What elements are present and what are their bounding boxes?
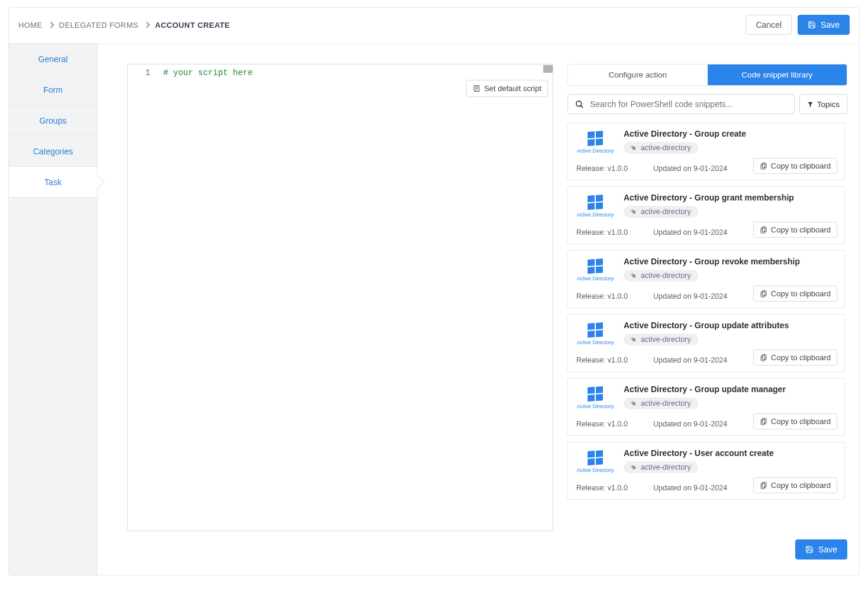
snippet-list-scroll[interactable]: Active DirectoryActive Directory - Group… bbox=[567, 122, 847, 531]
snippet-tag[interactable]: active-directory bbox=[624, 461, 698, 473]
copy-label: Copy to clipboard bbox=[771, 225, 831, 234]
active-directory-logo: Active Directory bbox=[576, 448, 614, 473]
set-default-label: Set default script bbox=[484, 84, 541, 93]
svg-rect-14 bbox=[762, 355, 766, 360]
snippet-card[interactable]: Active DirectoryActive Directory - Group… bbox=[567, 122, 845, 180]
save-icon bbox=[808, 21, 816, 29]
sidebar-item-task[interactable]: Task bbox=[9, 167, 97, 198]
copy-to-clipboard-button[interactable]: Copy to clipboard bbox=[753, 286, 837, 302]
sidebar-item-label: Categories bbox=[33, 147, 73, 156]
cancel-button[interactable]: Cancel bbox=[746, 15, 792, 35]
copy-to-clipboard-button[interactable]: Copy to clipboard bbox=[753, 350, 837, 366]
clipboard-icon bbox=[760, 481, 767, 489]
save-button-footer[interactable]: Save bbox=[795, 539, 847, 560]
chevron-right-icon bbox=[47, 21, 54, 28]
svg-rect-11 bbox=[762, 291, 766, 296]
svg-rect-6 bbox=[761, 164, 765, 169]
script-editor[interactable]: 1 # your script here Set default script bbox=[127, 64, 553, 531]
save-button-label: Save bbox=[818, 545, 837, 554]
svg-rect-8 bbox=[762, 227, 766, 232]
sidebar-item-label: Form bbox=[43, 85, 63, 95]
sidebar-item-groups[interactable]: Groups bbox=[9, 105, 97, 136]
editor-code[interactable]: # your script here bbox=[163, 68, 541, 527]
snippet-tabs: Configure action Code snippet library bbox=[567, 64, 847, 86]
snippet-tag-label: active-directory bbox=[641, 208, 691, 216]
snippet-release: Release: v1.0.0 bbox=[576, 228, 653, 237]
snippet-search-input[interactable] bbox=[590, 99, 787, 109]
logo-text: Active Directory bbox=[576, 276, 614, 282]
clipboard-icon bbox=[760, 162, 767, 170]
topics-filter-button[interactable]: Topics bbox=[799, 94, 847, 114]
snippet-tag[interactable]: active-directory bbox=[624, 270, 698, 282]
chevron-right-icon bbox=[143, 21, 150, 28]
snippet-tag[interactable]: active-directory bbox=[624, 142, 698, 154]
copy-to-clipboard-button[interactable]: Copy to clipboard bbox=[753, 222, 837, 238]
snippet-card[interactable]: Active DirectoryActive Directory - Group… bbox=[567, 250, 845, 308]
sidebar-item-categories[interactable]: Categories bbox=[9, 136, 97, 167]
snippet-tag[interactable]: active-directory bbox=[624, 397, 698, 409]
snippet-card[interactable]: Active DirectoryActive Directory - Group… bbox=[567, 314, 845, 372]
copy-to-clipboard-button[interactable]: Copy to clipboard bbox=[753, 158, 837, 174]
snippet-title: Active Directory - Group update attribut… bbox=[624, 321, 789, 330]
sidebar-item-form[interactable]: Form bbox=[9, 75, 97, 105]
tag-icon bbox=[631, 273, 637, 279]
snippet-release: Release: v1.0.0 bbox=[576, 164, 653, 173]
set-default-script-button[interactable]: Set default script bbox=[466, 80, 548, 97]
cancel-button-label: Cancel bbox=[756, 20, 782, 30]
windows-icon bbox=[588, 322, 603, 338]
copy-to-clipboard-button[interactable]: Copy to clipboard bbox=[753, 477, 837, 493]
copy-to-clipboard-button[interactable]: Copy to clipboard bbox=[753, 413, 837, 429]
save-button-header[interactable]: Save bbox=[798, 15, 850, 35]
logo-text: Active Directory bbox=[576, 467, 614, 473]
snippet-tag[interactable]: active-directory bbox=[624, 206, 698, 218]
breadcrumb-current: Account Create bbox=[155, 21, 230, 30]
snippet-title: Active Directory - Group revoke membersh… bbox=[624, 257, 800, 266]
snippet-card[interactable]: Active DirectoryActive Directory - Group… bbox=[567, 378, 845, 436]
snippet-tag[interactable]: active-directory bbox=[624, 334, 698, 345]
svg-marker-3 bbox=[808, 102, 812, 106]
snippet-card[interactable]: Active DirectoryActive Directory - User … bbox=[567, 442, 845, 500]
snippet-title: Active Directory - Group grant membershi… bbox=[624, 193, 794, 202]
tag-icon bbox=[631, 400, 637, 407]
tab-configure-action[interactable]: Configure action bbox=[568, 64, 708, 85]
snippet-release: Release: v1.0.0 bbox=[576, 292, 653, 300]
breadcrumb: Home Delegated Forms Account Create bbox=[18, 21, 230, 30]
clipboard-icon bbox=[760, 418, 767, 425]
snippet-search[interactable] bbox=[567, 94, 795, 114]
filter-icon bbox=[807, 101, 814, 108]
logo-text: Active Directory bbox=[576, 403, 614, 409]
tag-icon bbox=[631, 209, 637, 215]
snippet-tag-label: active-directory bbox=[641, 335, 691, 344]
windows-icon bbox=[588, 131, 603, 146]
snippet-card[interactable]: Active DirectoryActive Directory - Group… bbox=[567, 186, 845, 244]
windows-icon bbox=[588, 386, 603, 402]
editor-scrollbar[interactable] bbox=[543, 65, 553, 73]
breadcrumb-delegated-forms[interactable]: Delegated Forms bbox=[59, 21, 138, 30]
snippet-release: Release: v1.0.0 bbox=[576, 484, 653, 492]
sidebar-item-general[interactable]: General bbox=[9, 44, 97, 75]
editor-gutter: 1 bbox=[128, 64, 159, 531]
svg-rect-9 bbox=[761, 228, 765, 233]
active-directory-logo: Active Directory bbox=[576, 193, 614, 218]
svg-line-2 bbox=[580, 105, 583, 108]
svg-rect-18 bbox=[761, 420, 765, 425]
svg-point-16 bbox=[632, 402, 633, 402]
windows-icon bbox=[588, 450, 603, 465]
svg-point-13 bbox=[632, 338, 633, 338]
sidebar-item-label: Task bbox=[44, 177, 62, 187]
snippet-release: Release: v1.0.0 bbox=[576, 356, 653, 364]
svg-rect-21 bbox=[761, 484, 765, 489]
sidebar-item-label: General bbox=[38, 54, 68, 64]
clipboard-icon bbox=[760, 226, 767, 234]
svg-point-4 bbox=[632, 146, 633, 147]
svg-point-19 bbox=[632, 465, 633, 466]
breadcrumb-home[interactable]: Home bbox=[18, 21, 43, 30]
tab-code-snippet-library[interactable]: Code snippet library bbox=[708, 64, 847, 85]
snippet-tag-label: active-directory bbox=[641, 399, 691, 408]
clipboard-icon bbox=[760, 354, 767, 361]
sidebar-item-label: Groups bbox=[40, 116, 67, 125]
copy-label: Copy to clipboard bbox=[771, 289, 831, 298]
svg-point-10 bbox=[632, 274, 633, 274]
clipboard-icon bbox=[760, 290, 767, 297]
windows-icon bbox=[588, 258, 603, 274]
